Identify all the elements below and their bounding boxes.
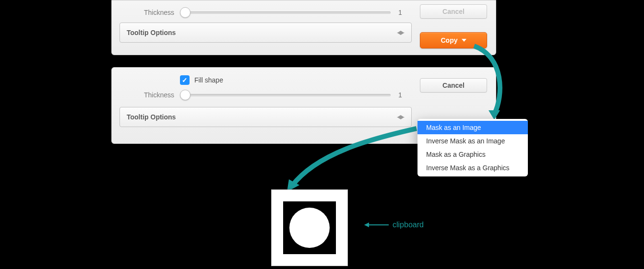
slider-thumb[interactable]: [180, 7, 191, 18]
thickness-slider[interactable]: [180, 12, 391, 14]
menu-item-inverse-mask-image[interactable]: Inverse Mask as an Image: [417, 134, 528, 148]
options-panel-top: Thickness 1 Tooltip Options Cancel Copy: [111, 0, 496, 55]
menu-item-inverse-mask-graphics[interactable]: Inverse Mask as a Graphics: [417, 161, 528, 175]
caret-down-icon: [462, 39, 466, 42]
tooltip-options-accordion[interactable]: Tooltip Options: [119, 107, 412, 127]
copy-button[interactable]: Copy: [420, 32, 487, 48]
arrow-left-icon: [365, 224, 389, 225]
accordion-label: Tooltip Options: [127, 113, 176, 121]
cancel-button[interactable]: Cancel: [420, 4, 487, 19]
copy-dropdown-menu: Mask as an Image Inverse Mask as an Imag…: [417, 119, 528, 176]
slider-thumb[interactable]: [180, 90, 191, 100]
accordion-label: Tooltip Options: [127, 29, 176, 36]
mask-preview-square: [283, 201, 336, 254]
clipboard-annotation-label: clipboard: [393, 221, 424, 229]
chevron-collapse-icon: [397, 115, 405, 119]
thickness-label: Thickness: [118, 9, 180, 16]
thickness-slider[interactable]: [180, 94, 391, 96]
cancel-label: Cancel: [442, 8, 465, 15]
cancel-label: Cancel: [442, 82, 465, 89]
tooltip-options-accordion[interactable]: Tooltip Options: [119, 23, 412, 43]
clipboard-preview: [271, 189, 348, 266]
menu-item-mask-image[interactable]: Mask as an Image: [417, 121, 528, 134]
copy-label: Copy: [441, 36, 458, 44]
mask-preview-circle: [289, 208, 330, 248]
chevron-collapse-icon: [397, 31, 405, 35]
menu-item-mask-graphics[interactable]: Mask as a Graphics: [417, 148, 528, 161]
thickness-value: 1: [398, 9, 412, 16]
fill-shape-label: Fill shape: [194, 76, 223, 84]
cancel-button[interactable]: Cancel: [420, 78, 487, 93]
thickness-value: 1: [398, 91, 412, 99]
thickness-label: Thickness: [118, 91, 180, 99]
check-icon: ✓: [182, 76, 188, 84]
fill-shape-checkbox[interactable]: ✓: [180, 75, 190, 85]
